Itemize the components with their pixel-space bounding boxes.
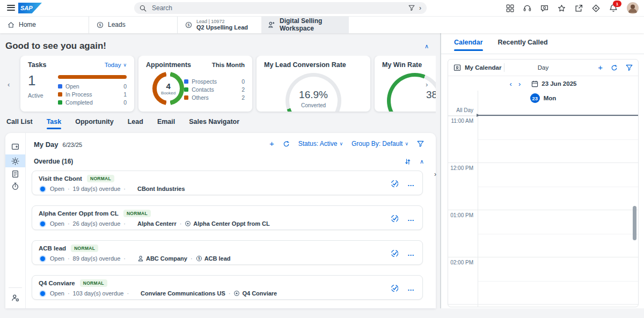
refresh-icon[interactable] [283,140,290,147]
tab-recently-called[interactable]: Recently Called [498,39,548,51]
task-row[interactable]: ACB lead NORMAL Open · 89 day(s) overdue… [32,240,423,265]
status-open-dot [40,291,45,296]
related-opportunity-link[interactable]: Q4 Conviare [233,290,277,297]
status-filter-dropdown[interactable]: Status: Active∨ [298,140,343,147]
filter-icon[interactable] [626,64,633,71]
calendar-scrollbar-thumb[interactable] [633,206,636,240]
account-link[interactable]: ABC Company [137,255,187,262]
search-input[interactable] [151,4,404,12]
hour-slot[interactable]: 02:00 PM [448,257,638,304]
opportunity-icon [185,220,191,227]
add-card-icon[interactable] [5,140,25,153]
related-lead-link[interactable]: ACB lead [196,255,231,262]
menu-icon[interactable] [7,5,15,12]
task-row[interactable]: Q4 Conviare NORMAL Open · 103 day(s) ove… [32,275,423,300]
tab-lead[interactable]: Lead [128,118,143,129]
task-title[interactable]: Visit the Cbont [39,175,82,182]
overflow-menu-icon[interactable]: … [407,215,415,223]
hour-slot[interactable]: 11:00 AM [448,115,638,162]
complete-task-icon[interactable] [391,215,399,223]
legend-item: Completed0 [58,99,127,106]
complete-task-icon[interactable] [391,284,399,292]
priority-badge: NORMAL [71,245,98,252]
next-day-icon[interactable]: › [518,80,521,88]
chevron-down-icon: ∨ [339,141,343,146]
tab-email[interactable]: Email [157,118,175,129]
tasks-period-selector[interactable]: Today ∨ [105,62,127,68]
home-icon [8,21,14,28]
task-row[interactable]: Visit the Cbont NORMAL Open · 19 day(s) … [32,171,423,195]
nav-tab-digital-selling-workspace[interactable]: Digital Selling Workspace [261,16,349,33]
user-avatar[interactable] [627,2,639,14]
sort-icon[interactable] [404,158,411,165]
separator-dot: · [68,255,70,262]
prev-day-icon[interactable]: ‹ [510,80,512,88]
hour-slot[interactable]: 03:00 PM [448,304,638,307]
separator-dot: · [68,186,70,192]
global-search[interactable]: › [134,2,427,14]
overflow-menu-icon[interactable]: … [407,180,415,188]
my-day-icon[interactable] [5,154,25,167]
date-picker[interactable]: 23 Jun 2025 [531,80,576,87]
open-external-icon[interactable] [575,4,583,12]
legend-color-completed [58,100,62,105]
priority-badge: NORMAL [80,279,107,287]
account-link[interactable]: Alpha Centerr [137,220,177,227]
refresh-icon[interactable] [611,64,618,71]
tag-icon[interactable] [592,4,600,12]
notifications-bell-icon[interactable]: 1 [609,4,618,12]
tab-call-list[interactable]: Call List [6,118,33,129]
complete-task-icon[interactable] [391,249,399,257]
tab-task[interactable]: Task [47,118,62,129]
tab-calendar[interactable]: Calendar [454,39,483,51]
support-icon[interactable] [523,4,531,12]
overdue-text: 103 day(s) overdue [73,290,124,297]
search-expand-icon[interactable]: › [419,4,421,12]
overflow-menu-icon[interactable]: … [407,249,415,257]
hour-slot[interactable]: 01:00 PM [448,210,638,257]
account-person-icon [137,255,144,262]
carousel-right-icon[interactable]: › [426,80,428,88]
nav-tab-home[interactable]: Home [0,16,89,33]
carousel-left-icon[interactable]: ‹ [8,80,10,88]
appointments-period: This Month [212,62,245,68]
add-task-icon[interactable]: + [269,140,274,147]
notes-icon[interactable] [5,167,25,180]
filter-icon[interactable] [417,140,424,147]
group-by-dropdown[interactable]: Group By: Default∨ [352,140,408,147]
nav-tab-lead-detail-type: Lead | 10972 [196,19,248,24]
tab-sales-navigator[interactable]: Sales Navigator [189,118,239,129]
nav-tab-leads[interactable]: Leads [89,16,177,33]
overflow-menu-icon[interactable]: … [407,284,415,292]
appointments-card-title: Appointments [146,61,191,69]
timer-icon[interactable] [5,180,25,193]
all-day-label: All Day [448,107,473,113]
collapse-cards-icon[interactable]: ∧ [425,43,429,50]
collapse-section-icon[interactable]: ∧ [420,158,424,165]
user-settings-icon[interactable] [5,291,25,304]
overdue-text: 89 day(s) overdue [73,255,121,262]
related-opportunity-link[interactable]: Alpha Center Oppt from CL [185,220,269,227]
search-filter-icon[interactable] [408,5,415,11]
feedback-chat-icon[interactable] [540,4,548,12]
task-status: Open [50,290,64,297]
complete-task-icon[interactable] [391,180,399,188]
task-status: Open [50,186,64,192]
task-title[interactable]: Q4 Conviare [39,280,75,286]
product-switcher-icon[interactable] [506,4,514,12]
nav-tab-lead-detail[interactable]: Lead | 10972 Q2 Upselling Lead [177,16,261,33]
add-appointment-icon[interactable]: + [598,64,603,71]
hour-slot[interactable]: 12:00 PM [448,162,638,210]
win-rate-title: My Win Rate [382,61,422,69]
hour-label: 12:00 PM [448,165,473,171]
account-link[interactable]: Conviare Communications US [141,290,225,297]
task-row[interactable]: Alpha Center Oppt from CL NORMAL Open · … [32,205,423,230]
tab-opportunity[interactable]: Opportunity [75,118,114,129]
favorites-icon[interactable] [558,4,566,12]
task-title[interactable]: Alpha Center Oppt from CL [39,210,119,217]
sap-logo[interactable]: SAP [18,3,42,13]
expand-panel-icon[interactable]: › [434,171,436,178]
day-number-pill[interactable]: 23 [530,93,540,103]
task-title[interactable]: ACB lead [39,245,66,252]
account-link[interactable]: CBont Industries [137,186,185,192]
